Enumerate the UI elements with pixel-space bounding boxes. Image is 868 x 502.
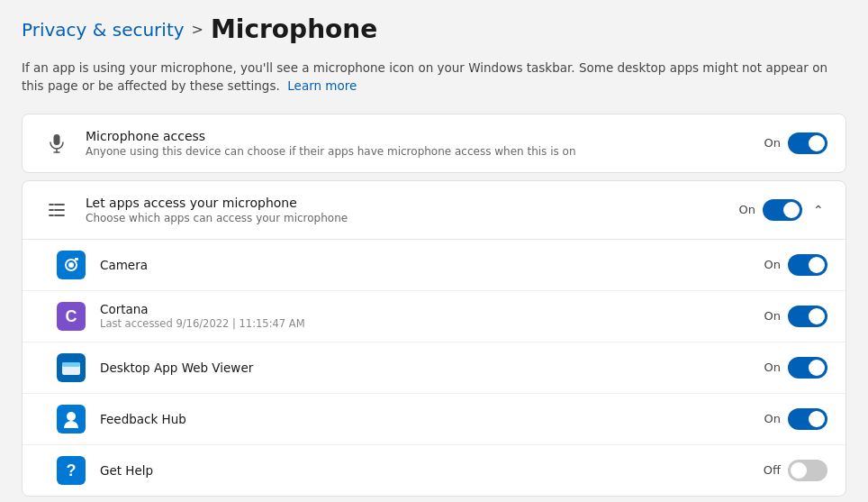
breadcrumb-separator: > <box>192 21 203 38</box>
app-name: Desktop App Web Viewer <box>100 361 764 375</box>
app-row: C Cortana Last accessed 9/16/2022 | 11:1… <box>23 291 845 342</box>
microphone-icon <box>46 132 68 154</box>
learn-more-link[interactable]: Learn more <box>287 78 357 93</box>
app-name: Cortana <box>100 302 764 316</box>
app-icon-wrap: ? <box>55 454 87 487</box>
app-row: Camera On <box>23 240 845 291</box>
page-container: Privacy & security > Microphone If an ap… <box>0 0 868 502</box>
apps-list-icon <box>46 199 68 221</box>
app-status: On <box>764 361 781 374</box>
app-name: Feedback Hub <box>100 412 764 426</box>
microphone-access-card: Microphone access Anyone using this devi… <box>22 114 846 173</box>
let-apps-row: Let apps access your microphone Choose w… <box>23 181 845 240</box>
app-status: On <box>764 309 781 323</box>
app-row: Feedback Hub On <box>23 394 845 445</box>
svg-rect-0 <box>54 134 60 145</box>
let-apps-card: Let apps access your microphone Choose w… <box>22 180 846 497</box>
svg-point-19 <box>67 412 76 421</box>
microphone-access-text: Microphone access Anyone using this devi… <box>86 129 764 158</box>
microphone-access-status: On <box>764 136 781 150</box>
let-apps-toggle[interactable] <box>763 199 802 221</box>
microphone-access-row: Microphone access Anyone using this devi… <box>23 114 845 172</box>
app-toggle[interactable] <box>788 357 827 379</box>
app-toggle[interactable] <box>788 460 827 481</box>
app-last-accessed: Last accessed 9/16/2022 | 11:15:47 AM <box>100 317 764 330</box>
app-icon-wrap: C <box>55 300 87 333</box>
app-row: ? Get Help Off <box>23 445 845 496</box>
app-name-area: Desktop App Web Viewer <box>100 361 764 375</box>
app-icon-wrap <box>55 403 87 435</box>
let-apps-status: On <box>739 203 755 216</box>
svg-rect-17 <box>62 362 80 367</box>
let-apps-icon-area <box>41 194 73 226</box>
app-name-area: Camera <box>100 258 764 272</box>
let-apps-chevron[interactable]: ⌃ <box>809 199 827 221</box>
page-title: Microphone <box>211 14 377 44</box>
app-icon-wrap <box>55 351 87 384</box>
app-name-area: Get Help <box>100 463 764 478</box>
description-text: If an app is using your microphone, you'… <box>22 59 846 96</box>
svg-point-11 <box>68 262 74 268</box>
app-row: Desktop App Web Viewer On <box>23 342 845 394</box>
app-status: On <box>764 258 781 271</box>
microphone-icon-area <box>41 127 73 160</box>
app-control: On <box>764 357 827 379</box>
let-apps-text: Let apps access your microphone Choose w… <box>86 196 739 224</box>
app-toggle[interactable] <box>788 408 827 430</box>
svg-rect-12 <box>75 258 78 260</box>
app-toggle[interactable] <box>788 306 827 327</box>
microphone-access-control: On <box>764 132 827 154</box>
microphone-access-toggle[interactable] <box>788 132 827 154</box>
app-icon-wrap <box>55 249 87 281</box>
app-name-area: Cortana Last accessed 9/16/2022 | 11:15:… <box>100 302 764 330</box>
app-control: On <box>764 408 827 430</box>
let-apps-subtitle: Choose which apps can access your microp… <box>86 212 739 224</box>
app-toggle[interactable] <box>788 254 827 276</box>
breadcrumb: Privacy & security > Microphone <box>22 14 846 44</box>
breadcrumb-parent[interactable]: Privacy & security <box>22 19 185 41</box>
app-name-area: Feedback Hub <box>100 412 764 426</box>
svg-text:?: ? <box>67 461 77 479</box>
microphone-access-subtitle: Anyone using this device can choose if t… <box>86 145 764 158</box>
app-status: On <box>764 412 781 425</box>
app-name: Get Help <box>100 463 764 478</box>
app-rows-container: Camera On C Cortana Last accessed 9/16/2… <box>23 240 845 496</box>
app-control: On <box>764 254 827 276</box>
let-apps-control: On ⌃ <box>739 199 827 221</box>
svg-text:C: C <box>66 307 77 325</box>
app-control: Off <box>764 460 827 481</box>
app-name: Camera <box>100 258 764 272</box>
app-control: On <box>764 306 827 327</box>
let-apps-title: Let apps access your microphone <box>86 196 739 210</box>
app-status: Off <box>764 463 781 477</box>
microphone-access-title: Microphone access <box>86 129 764 143</box>
